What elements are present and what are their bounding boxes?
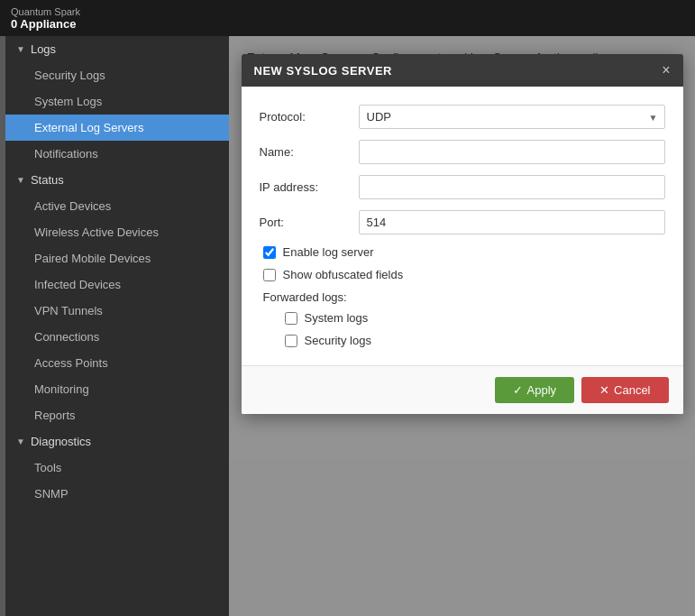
ip-row: IP address:	[260, 175, 665, 199]
sidebar-item-paired-mobile-devices[interactable]: Paired Mobile Devices	[5, 245, 229, 271]
top-bar: Quantum Spark 0 Appliance	[0, 0, 695, 36]
checkmark-icon: ✓	[513, 383, 523, 397]
sidebar-section-status[interactable]: ▼ Status	[5, 167, 229, 193]
sidebar-item-tools[interactable]: Tools	[5, 455, 229, 481]
protocol-label: Protocol:	[260, 110, 359, 124]
protocol-select-wrapper: UDP TCP ▼	[359, 105, 665, 129]
arrow-icon-status: ▼	[16, 175, 25, 185]
arrow-icon-logs: ▼	[16, 44, 25, 54]
close-icon: ✕	[599, 383, 609, 397]
app-title: 0 Appliance	[11, 17, 80, 31]
sidebar: ▼ Logs Security Logs System Logs Externa…	[5, 36, 229, 616]
modal-title: NEW SYSLOG SERVER	[254, 64, 392, 78]
modal-header: NEW SYSLOG SERVER ×	[242, 54, 683, 87]
sidebar-section-diagnostics[interactable]: ▼ Diagnostics	[5, 428, 229, 455]
port-label: Port:	[260, 216, 359, 229]
sidebar-item-connections[interactable]: Connections	[5, 324, 229, 350]
security-logs-label[interactable]: Security logs	[305, 334, 371, 347]
sidebar-item-security-logs[interactable]: Security Logs	[5, 62, 229, 88]
forwarded-logs-label: Forwarded logs:	[260, 290, 665, 304]
sidebar-item-system-logs[interactable]: System Logs	[5, 88, 229, 115]
app-name: Quantum Spark	[11, 6, 80, 17]
enable-log-server-checkbox[interactable]	[263, 246, 276, 259]
forwarded-logs-section: Forwarded logs: System logs Security log…	[260, 290, 665, 347]
sidebar-item-external-log-servers[interactable]: External Log Servers	[5, 115, 229, 141]
show-obfuscated-label[interactable]: Show obfuscated fields	[283, 268, 404, 281]
security-logs-checkbox[interactable]	[285, 335, 297, 347]
sidebar-section-status-label: Status	[31, 173, 64, 187]
show-obfuscated-row: Show obfuscated fields	[260, 268, 665, 281]
name-row: Name:	[260, 140, 665, 164]
system-logs-row: System logs	[281, 311, 665, 325]
forwarded-logs-items: System logs Security logs	[260, 311, 665, 347]
modal-body: Protocol: UDP TCP ▼ Name:	[242, 87, 683, 365]
sidebar-item-notifications[interactable]: Notifications	[5, 141, 229, 167]
apply-button[interactable]: ✓ Apply	[495, 377, 575, 403]
cancel-button[interactable]: ✕ Cancel	[581, 377, 668, 403]
sidebar-item-active-devices[interactable]: Active Devices	[5, 193, 229, 219]
port-input[interactable]	[359, 210, 665, 234]
enable-log-server-row: Enable log server	[260, 245, 665, 259]
system-logs-label[interactable]: System logs	[305, 311, 369, 325]
sidebar-item-snmp[interactable]: SNMP	[5, 481, 229, 507]
content-area: External Log Servers: Configure external…	[229, 36, 695, 616]
protocol-row: Protocol: UDP TCP ▼	[260, 105, 665, 129]
sidebar-item-infected-devices[interactable]: Infected Devices	[5, 271, 229, 298]
enable-log-server-label[interactable]: Enable log server	[283, 245, 374, 259]
sidebar-item-monitoring[interactable]: Monitoring	[5, 376, 229, 402]
sidebar-section-diagnostics-label: Diagnostics	[31, 435, 91, 448]
port-row: Port:	[260, 210, 665, 234]
sidebar-section-logs[interactable]: ▼ Logs	[5, 36, 229, 62]
show-obfuscated-checkbox[interactable]	[263, 269, 276, 281]
new-syslog-server-modal: NEW SYSLOG SERVER × Protocol: UDP TCP	[242, 54, 683, 414]
ip-input[interactable]	[359, 175, 665, 199]
sidebar-item-access-points[interactable]: Access Points	[5, 350, 229, 376]
modal-close-button[interactable]: ×	[662, 63, 670, 78]
system-logs-checkbox[interactable]	[285, 312, 297, 325]
protocol-select[interactable]: UDP TCP	[359, 105, 665, 129]
arrow-icon-diagnostics: ▼	[16, 437, 25, 446]
sidebar-item-reports[interactable]: Reports	[5, 402, 229, 428]
modal-overlay: NEW SYSLOG SERVER × Protocol: UDP TCP	[229, 36, 695, 616]
name-label: Name:	[260, 145, 359, 159]
security-logs-row: Security logs	[281, 334, 665, 347]
modal-footer: ✓ Apply ✕ Cancel	[242, 365, 683, 414]
sidebar-item-wireless-active-devices[interactable]: Wireless Active Devices	[5, 219, 229, 245]
ip-label: IP address:	[260, 180, 359, 194]
sidebar-item-vpn-tunnels[interactable]: VPN Tunnels	[5, 298, 229, 324]
name-input[interactable]	[359, 140, 665, 164]
sidebar-section-logs-label: Logs	[31, 42, 56, 56]
